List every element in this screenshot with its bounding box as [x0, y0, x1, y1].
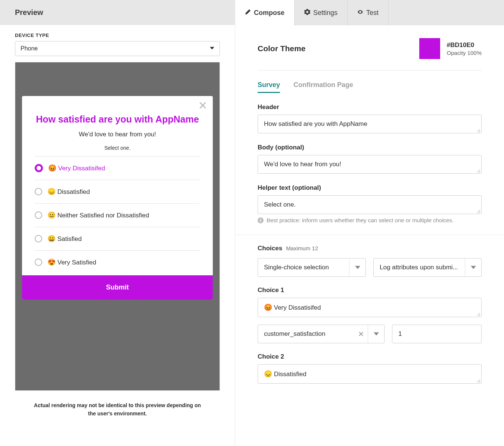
survey-title: How satisfied are you with AppName: [35, 113, 200, 126]
device-type-select[interactable]: Phone: [15, 41, 220, 56]
helper-field-label: Helper text (optional): [258, 184, 482, 192]
color-theme-row: Color Theme #BD10E0 Opacity 100%: [258, 38, 482, 71]
chevron-down-icon: [349, 258, 365, 276]
survey-option[interactable]: 😡 Very Dissatisifed: [35, 157, 200, 180]
submit-button[interactable]: Submit: [22, 275, 213, 300]
color-theme-picker[interactable]: #BD10E0 Opacity 100%: [419, 38, 482, 59]
gear-icon: [304, 9, 310, 17]
option-text: Very Satisfied: [57, 259, 96, 266]
top-tabs: Compose Settings Test: [235, 0, 504, 25]
option-text: Very Dissatisifed: [58, 165, 105, 172]
survey-body: We'd love to hear from you!: [35, 131, 200, 138]
body-input[interactable]: We'd love to hear from you!: [258, 155, 482, 174]
choice2-label: Choice 2: [258, 353, 482, 360]
color-hex: #BD10E0: [447, 41, 482, 49]
tab-settings[interactable]: Settings: [295, 0, 348, 25]
chevron-down-icon: [465, 258, 481, 276]
helper-hint: i Best practice: inform users whether th…: [258, 217, 482, 223]
emoji-icon: 😍: [47, 258, 56, 266]
compose-subtabs: Survey Confirmation Page: [258, 81, 482, 93]
preview-title: Preview: [15, 8, 220, 17]
resize-grip-icon[interactable]: [476, 208, 480, 213]
choices-header: Choices Maximum 12: [258, 245, 482, 252]
eye-icon: [357, 9, 363, 17]
svg-marker-0: [210, 47, 214, 49]
device-type-label: DEVICE TYPE: [15, 32, 220, 38]
compose-panel: Compose Settings Test Color Theme #BD10E…: [235, 0, 504, 446]
caret-down-icon: [210, 45, 214, 52]
body-field-label: Body (optional): [258, 144, 482, 151]
radio-icon: [35, 188, 42, 195]
survey-option[interactable]: 😐 Neither Satisfied nor Dissatisfied: [35, 204, 200, 227]
preview-footnote: Actual rendering may not be identical to…: [15, 391, 220, 418]
color-opacity: Opacity 100%: [447, 50, 482, 56]
option-text: Neither Satisfied nor Dissatisfied: [57, 212, 149, 219]
option-text: Satisfied: [57, 235, 82, 242]
survey-card: How satisfied are you with AppName We'd …: [22, 96, 213, 300]
tab-compose[interactable]: Compose: [235, 0, 295, 25]
resize-grip-icon[interactable]: [476, 378, 480, 382]
svg-marker-3: [355, 266, 360, 269]
close-icon[interactable]: [199, 101, 207, 111]
selection-mode-select[interactable]: Single-choice selection: [258, 258, 366, 277]
svg-marker-4: [471, 266, 476, 269]
emoji-icon: 😡: [48, 164, 56, 172]
helper-input[interactable]: Select one.: [258, 195, 482, 214]
choice1-input[interactable]: 😡 Very Dissatisifed: [258, 298, 482, 317]
phone-preview-frame: How satisfied are you with AppName We'd …: [15, 62, 220, 391]
chevron-down-icon: [368, 325, 384, 343]
resize-grip-icon[interactable]: [476, 168, 480, 173]
choice1-attribute-value[interactable]: 1: [392, 325, 482, 343]
emoji-icon: 😐: [47, 211, 56, 219]
radio-icon: [35, 258, 42, 266]
color-theme-label: Color Theme: [258, 44, 305, 53]
emoji-icon: 😞: [47, 188, 56, 195]
resize-grip-icon[interactable]: [476, 128, 480, 132]
clear-icon[interactable]: [354, 325, 368, 343]
subtab-confirmation[interactable]: Confirmation Page: [293, 81, 353, 93]
choice1-label: Choice 1: [258, 287, 482, 294]
survey-option[interactable]: 😄 Satisfied: [35, 227, 200, 250]
radio-icon: [35, 164, 43, 172]
option-text: Dissatisfied: [57, 188, 90, 195]
survey-helper: Select one.: [35, 145, 200, 151]
device-type-value: Phone: [21, 45, 38, 52]
resize-grip-icon[interactable]: [476, 312, 480, 316]
tab-test[interactable]: Test: [348, 0, 389, 25]
subtab-survey[interactable]: Survey: [258, 81, 280, 93]
preview-header: Preview: [0, 0, 235, 25]
header-input[interactable]: How satisfied are you with AppName: [258, 115, 482, 133]
choice2-input[interactable]: 😞 Dissatisfied: [258, 364, 482, 384]
survey-options: 😡 Very Dissatisifed 😞 Dissatisfied: [22, 155, 213, 275]
choice1-attribute-select[interactable]: customer_satisfaction: [258, 325, 385, 343]
preview-panel: Preview DEVICE TYPE Phone How: [0, 0, 235, 446]
radio-icon: [35, 211, 42, 219]
header-field-label: Header: [258, 103, 482, 111]
pencil-icon: [245, 9, 251, 17]
emoji-icon: 😄: [47, 235, 56, 242]
survey-option[interactable]: 😞 Dissatisfied: [35, 180, 200, 203]
svg-marker-7: [374, 332, 379, 335]
survey-option[interactable]: 😍 Very Satisfied: [35, 251, 200, 274]
info-icon: i: [258, 217, 264, 223]
log-mode-select[interactable]: Log attributes upon submi...: [373, 258, 482, 277]
color-swatch: [419, 38, 440, 59]
radio-icon: [35, 235, 42, 242]
